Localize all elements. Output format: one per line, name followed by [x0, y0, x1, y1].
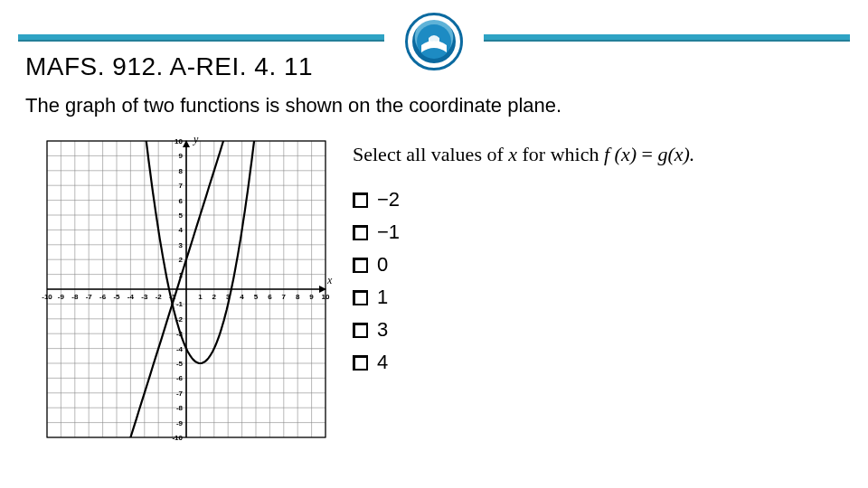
- rule-right: [484, 34, 850, 42]
- svg-text:6: 6: [179, 197, 184, 205]
- logo-badge: [405, 13, 463, 70]
- checkbox-icon[interactable]: [353, 225, 368, 240]
- svg-text:-6: -6: [176, 374, 184, 382]
- option-label: 4: [377, 349, 388, 376]
- svg-text:-1: -1: [176, 300, 184, 308]
- page-title: MAFS. 912. A-REI. 4. 11: [25, 52, 313, 81]
- svg-text:5: 5: [179, 211, 184, 220]
- svg-text:-6: -6: [99, 293, 107, 301]
- svg-text:y: y: [193, 134, 199, 145]
- prompt-variable: x: [508, 143, 517, 165]
- checkbox-icon[interactable]: [353, 290, 368, 305]
- svg-text:10: 10: [175, 137, 183, 145]
- svg-text:-2: -2: [156, 293, 163, 301]
- option-label: 1: [377, 284, 388, 311]
- svg-text:7: 7: [179, 182, 184, 190]
- svg-text:8: 8: [179, 167, 184, 175]
- svg-text:9: 9: [309, 293, 314, 301]
- option-row[interactable]: −1: [353, 219, 400, 246]
- svg-text:-4: -4: [176, 345, 184, 353]
- svg-text:-3: -3: [141, 293, 148, 301]
- option-label: −2: [377, 186, 400, 213]
- checkbox-icon[interactable]: [353, 258, 368, 273]
- svg-text:-9: -9: [176, 419, 184, 427]
- prompt-prefix: Select all values of: [353, 143, 508, 165]
- checkbox-icon[interactable]: [353, 355, 368, 371]
- option-label: −1: [377, 219, 400, 246]
- svg-text:-10: -10: [42, 293, 52, 301]
- svg-text:x: x: [326, 274, 333, 286]
- checkbox-icon[interactable]: [353, 323, 368, 338]
- svg-text:2: 2: [212, 293, 217, 301]
- svg-text:-5: -5: [176, 360, 184, 368]
- svg-text:-4: -4: [127, 293, 135, 301]
- svg-text:9: 9: [179, 152, 184, 160]
- svg-text:-10: -10: [172, 434, 183, 442]
- svg-text:3: 3: [179, 241, 184, 249]
- option-row[interactable]: 3: [353, 316, 400, 343]
- svg-text:4: 4: [240, 293, 244, 301]
- svg-text:-8: -8: [71, 293, 79, 301]
- prompt-rhs: g(x).: [657, 143, 694, 165]
- option-row[interactable]: 4: [353, 349, 400, 376]
- svg-text:10: 10: [322, 293, 330, 301]
- rule-left: [18, 34, 384, 42]
- answer-options: −2 −1 0 1 3 4: [353, 181, 400, 381]
- option-row[interactable]: −2: [353, 186, 400, 213]
- svg-text:7: 7: [282, 293, 287, 301]
- checkbox-icon[interactable]: [353, 192, 368, 208]
- option-row[interactable]: 0: [353, 251, 400, 278]
- svg-text:5: 5: [254, 293, 259, 301]
- option-label: 0: [377, 251, 388, 278]
- svg-text:4: 4: [179, 226, 184, 234]
- header-rule: [18, 27, 850, 49]
- option-row[interactable]: 1: [353, 284, 400, 311]
- svg-text:-8: -8: [176, 404, 184, 412]
- coordinate-plane-graph: -10-9-8-7-6-5-4-3-2-112345678910-10-9-8-…: [25, 134, 333, 459]
- prompt-op: =: [637, 143, 657, 165]
- option-label: 3: [377, 316, 388, 343]
- svg-text:-5: -5: [113, 293, 120, 301]
- problem-instruction: Select all values of x for which f (x) =…: [353, 143, 694, 166]
- svg-text:6: 6: [268, 293, 272, 301]
- svg-text:-9: -9: [58, 293, 65, 301]
- prompt-mid: for which: [517, 143, 604, 165]
- svg-text:-7: -7: [176, 389, 184, 398]
- svg-text:8: 8: [296, 293, 300, 301]
- svg-text:1: 1: [198, 293, 203, 301]
- svg-text:-7: -7: [86, 293, 93, 301]
- prompt-lhs: f (x): [604, 143, 637, 165]
- problem-intro: The graph of two functions is shown on t…: [25, 94, 561, 117]
- svg-text:2: 2: [179, 256, 184, 264]
- school-district-logo-icon: [412, 20, 456, 63]
